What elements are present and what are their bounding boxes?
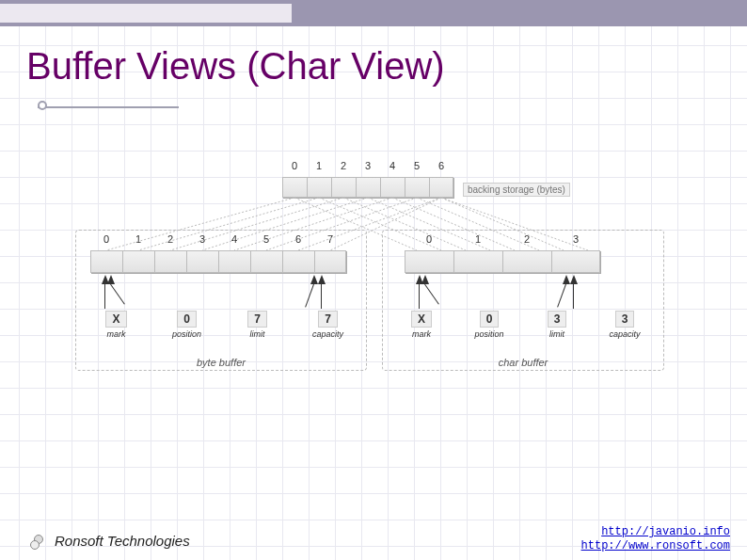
byte-idx-0: 0 <box>90 233 122 245</box>
backing-idx-0: 0 <box>282 160 307 171</box>
arrow-line <box>104 284 105 309</box>
char-mark: X mark <box>388 311 455 339</box>
backing-idx-1: 1 <box>307 160 331 171</box>
arrow-line <box>321 284 322 309</box>
byte-cell <box>90 250 122 273</box>
backing-cell <box>356 177 380 198</box>
byte-props: X mark 0 position 7 limit 7 capacity <box>81 311 363 339</box>
byte-cell <box>154 250 186 273</box>
byte-cell <box>314 250 346 273</box>
char-cell <box>453 250 502 273</box>
char-idx-0: 0 <box>405 233 453 245</box>
backing-idx-5: 5 <box>405 160 429 171</box>
backing-indices: 0 1 2 3 4 5 6 <box>282 160 453 171</box>
backing-cell <box>405 177 429 198</box>
backing-cell <box>307 177 331 198</box>
title-underline <box>38 104 179 108</box>
footer-company: Ronsoft Technologies <box>55 533 190 549</box>
char-cell <box>405 250 453 273</box>
char-limit: 3 limit <box>523 311 591 339</box>
char-capacity: 3 capacity <box>591 311 659 339</box>
topbar-placeholder <box>0 4 292 23</box>
char-cell <box>502 250 551 273</box>
char-props: X mark 0 position 3 limit 3 capacity <box>388 311 659 339</box>
backing-cell <box>282 177 307 198</box>
diagram: 0 1 2 3 4 5 6 backing storage (bytes) by… <box>85 160 668 376</box>
char-indices: 0 1 2 3 <box>405 233 600 245</box>
footer-links: http://javanio.info http://www.ronsoft.c… <box>581 525 730 552</box>
byte-cell <box>218 250 250 273</box>
arrow-icon <box>570 275 578 284</box>
byte-limit: 7 limit <box>222 311 293 339</box>
title-bullet-icon <box>38 101 47 110</box>
footer-link-2[interactable]: http://www.ronsoft.com <box>581 539 730 552</box>
backing-label: backing storage (bytes) <box>463 183 570 197</box>
backing-idx-6: 6 <box>429 160 453 171</box>
char-cells <box>405 250 600 273</box>
byte-cell <box>122 250 154 273</box>
char-position: 0 position <box>455 311 523 339</box>
byte-idx-4: 4 <box>218 233 250 245</box>
backing-cell <box>380 177 405 198</box>
byte-cells <box>90 250 346 273</box>
arrow-icon <box>107 275 115 284</box>
arrow-icon <box>563 275 570 284</box>
byte-idx-5: 5 <box>250 233 282 245</box>
char-idx-1: 1 <box>453 233 502 245</box>
topbar <box>0 0 747 26</box>
footer-link-1[interactable]: http://javanio.info <box>601 525 730 538</box>
arrow-line <box>419 284 420 309</box>
byte-position: 0 position <box>151 311 222 339</box>
char-idx-2: 2 <box>502 233 551 245</box>
byte-mark: X mark <box>81 311 151 339</box>
char-cell <box>551 250 600 273</box>
byte-capacity: 7 capacity <box>293 311 363 339</box>
byte-idx-7: 7 <box>314 233 346 245</box>
byte-idx-2: 2 <box>154 233 186 245</box>
char-idx-3: 3 <box>551 233 600 245</box>
char-buffer-label: char buffer <box>383 357 663 368</box>
byte-indices: 0 1 2 3 4 5 6 7 <box>90 233 346 245</box>
byte-cell <box>250 250 282 273</box>
backing-idx-2: 2 <box>331 160 356 171</box>
byte-idx-6: 6 <box>282 233 314 245</box>
byte-idx-1: 1 <box>122 233 154 245</box>
arrow-icon <box>310 275 318 284</box>
arrow-line <box>573 284 574 309</box>
byte-buffer-label: byte buffer <box>76 357 366 368</box>
arrow-icon <box>421 275 429 284</box>
backing-cells <box>282 177 453 198</box>
byte-cell <box>282 250 314 273</box>
backing-cell <box>429 177 453 198</box>
backing-cell <box>331 177 356 198</box>
footer-bullet-icon <box>30 535 43 548</box>
arrow-icon <box>318 275 326 284</box>
backing-idx-4: 4 <box>380 160 405 171</box>
backing-idx-3: 3 <box>356 160 380 171</box>
slide-title: Buffer Views (Char View) <box>26 45 445 88</box>
byte-cell <box>186 250 218 273</box>
byte-idx-3: 3 <box>186 233 218 245</box>
